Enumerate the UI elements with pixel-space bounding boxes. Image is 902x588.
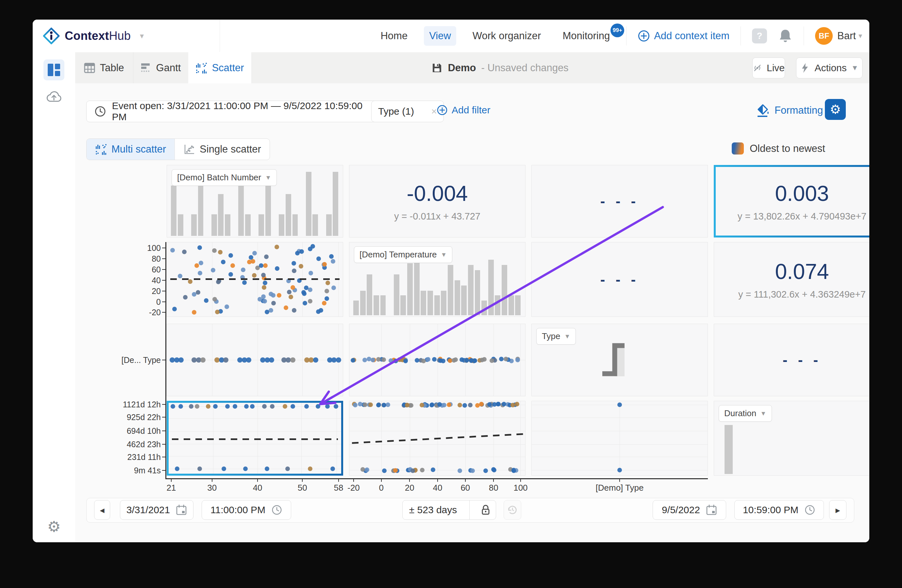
sidebar-settings-button[interactable]: ⚙ — [44, 516, 64, 537]
matrix-cell-r1c3[interactable]: - - - — [531, 165, 708, 238]
data-point — [316, 310, 321, 314]
x-tick-label: 20 — [405, 483, 414, 493]
data-point — [215, 310, 219, 314]
x-tick-label: 0 — [379, 483, 384, 493]
table-icon — [84, 63, 95, 74]
data-point — [223, 357, 229, 363]
step-forward-button[interactable]: ▸ — [829, 500, 846, 520]
gantt-icon — [141, 63, 152, 74]
data-point — [250, 404, 255, 409]
reset-history-button[interactable] — [504, 500, 521, 520]
data-point — [252, 251, 257, 255]
matrix-cell-r4c2[interactable] — [349, 401, 526, 475]
brand-caret-icon[interactable]: ▾ — [140, 31, 144, 41]
x-tick-label: 80 — [489, 483, 498, 493]
matrix-cell-r4c1[interactable] — [167, 401, 343, 475]
matrix-cell-r4c3[interactable] — [531, 401, 708, 475]
calendar-icon — [706, 504, 717, 516]
tab-scatter[interactable]: Scatter — [188, 52, 252, 83]
data-point — [175, 466, 179, 471]
data-point — [197, 466, 202, 471]
variable-selector[interactable]: Duration▼ — [719, 405, 772, 422]
matrix-cell-r2c3[interactable]: - - - — [531, 242, 708, 317]
sidebar-upload-button[interactable] — [44, 86, 64, 107]
brand-logo[interactable]: ContextHub ▾ — [42, 20, 144, 52]
x-tick-label: 30 — [207, 483, 217, 493]
data-point — [381, 357, 386, 362]
end-date-field[interactable]: 9/5/2022 — [653, 500, 726, 520]
data-point — [251, 259, 255, 264]
actions-button[interactable]: Actions ▼ — [796, 58, 863, 78]
x-tick-label: 100 — [514, 483, 528, 493]
data-point — [336, 357, 341, 363]
data-point — [473, 358, 477, 363]
data-point — [244, 404, 249, 409]
data-point — [277, 293, 281, 297]
variable-selector[interactable]: [Demo] Temperature▼ — [354, 246, 452, 263]
data-point — [330, 466, 335, 471]
matrix-cell-r3c4[interactable]: - - - — [714, 324, 869, 396]
x-tick-label: 21 — [167, 483, 176, 493]
matrix-cell-r2c4[interactable]: 0.074y = 111,302.6x + 4.363249e+7 — [714, 242, 869, 317]
empty-cell-placeholder: - - - — [714, 324, 869, 396]
variable-selector[interactable]: [Demo] Batch Number▼ — [172, 169, 277, 186]
matrix-cell-r3c2[interactable] — [349, 324, 526, 396]
variable-selector[interactable]: Type▼ — [536, 328, 576, 345]
data-point — [183, 295, 188, 300]
step-back-button[interactable]: ◂ — [94, 500, 110, 520]
data-point — [290, 357, 296, 363]
correlation-value: 0.003 — [775, 181, 829, 206]
scatter-matrix: [Demo] Batch Number▼-0.004y = -0.011x + … — [75, 83, 869, 542]
y-tick-label: 925d 22h — [118, 413, 161, 422]
tab-gantt[interactable]: Gantt — [133, 52, 189, 83]
nav-home[interactable]: Home — [375, 26, 413, 46]
start-date-field[interactable]: 3/31/2021 — [120, 500, 193, 520]
data-point — [322, 262, 327, 267]
help-icon[interactable]: ? — [752, 28, 767, 44]
notifications-bell-icon[interactable] — [778, 28, 792, 44]
data-point — [172, 307, 177, 311]
actions-caret-icon: ▼ — [851, 64, 858, 72]
start-time-field[interactable]: 11:00:00 PM — [202, 500, 291, 520]
matrix-cell-r3c1[interactable] — [167, 324, 343, 396]
y-tick-label: 462d 23h — [118, 439, 161, 449]
data-point — [515, 358, 520, 362]
data-point — [453, 357, 458, 362]
range-field[interactable]: ± 523 days — [402, 504, 464, 516]
x-tick-label: [Demo] Type — [596, 483, 644, 493]
matrix-cell-r1c2[interactable]: -0.004y = -0.011x + 43.727 — [349, 165, 526, 238]
data-point — [204, 298, 208, 303]
y-tick-label: 80 — [118, 254, 161, 264]
empty-cell-placeholder: - - - — [532, 242, 708, 316]
nav-view[interactable]: View — [424, 26, 456, 46]
data-point — [324, 296, 329, 301]
matrix-cell-r2c1[interactable] — [167, 242, 343, 317]
y-tick-label: 694d 10h — [118, 426, 161, 435]
end-time-field[interactable]: 10:59:00 PM — [734, 500, 824, 520]
matrix-cell-r1c4[interactable]: 0.003y = 13,802.26x + 4.790493e+7 — [714, 165, 869, 238]
data-point — [222, 466, 226, 471]
regression-formula: y = -0.011x + 43.727 — [394, 211, 481, 222]
matrix-cell-r1c1[interactable]: [Demo] Batch Number▼ — [167, 165, 343, 238]
tab-table[interactable]: Table — [75, 52, 133, 83]
data-point — [182, 250, 186, 254]
data-point — [263, 281, 267, 285]
app-window: ContextHub ▾ Home View Work organizer Mo… — [33, 20, 869, 542]
data-point — [283, 305, 288, 310]
add-context-item-button[interactable]: Add context item — [637, 30, 730, 42]
data-point — [179, 357, 184, 363]
save-icon[interactable] — [431, 63, 443, 74]
matrix-cell-r3c3[interactable]: Type▼ — [531, 324, 708, 396]
matrix-cell-r2c2[interactable]: [Demo] Temperature▼ — [349, 242, 526, 317]
user-menu[interactable]: BF Bart ▾ — [815, 27, 862, 45]
live-button[interactable]: Live — [752, 58, 785, 78]
data-point — [397, 357, 402, 362]
lock-range-button[interactable] — [476, 504, 496, 516]
cloud-upload-icon — [46, 90, 62, 103]
nav-monitoring[interactable]: Monitoring 99+ — [557, 26, 615, 46]
nav-work-organizer[interactable]: Work organizer — [467, 26, 547, 46]
y-tick-label: 1121d 12h — [118, 400, 161, 409]
data-point — [291, 404, 295, 409]
matrix-cell-r4c4[interactable]: Duration▼ — [714, 401, 869, 475]
sidebar-layout-button[interactable] — [44, 59, 64, 80]
